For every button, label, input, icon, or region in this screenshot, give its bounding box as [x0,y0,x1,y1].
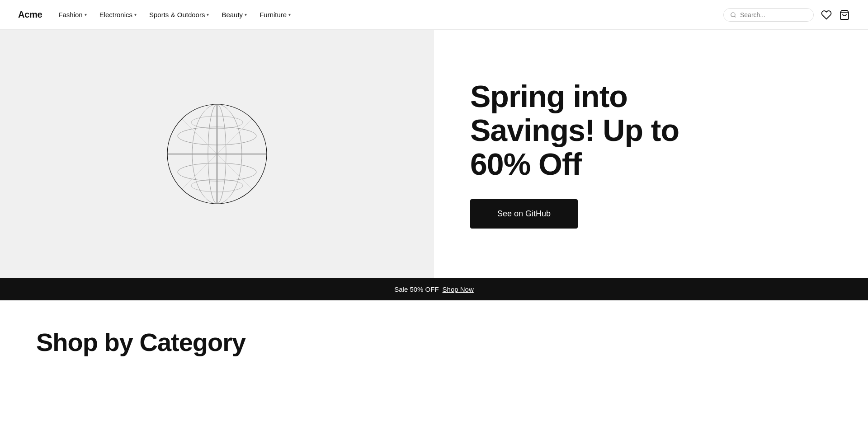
hero-left-panel [0,30,434,278]
heart-icon [821,9,832,20]
promo-text: Sale 50% OFF [394,285,439,293]
search-input[interactable] [740,11,807,19]
search-bar[interactable] [723,8,814,22]
chevron-down-icon: ▾ [288,12,291,17]
nav-item-furniture[interactable]: Furniture ▾ [259,11,291,19]
cart-button[interactable] [839,9,850,20]
nav-link-furniture[interactable]: Furniture ▾ [259,11,291,19]
shopping-bag-icon [839,9,850,20]
wishlist-button[interactable] [821,9,832,20]
nav-link-fashion[interactable]: Fashion ▾ [58,11,86,19]
nav-item-beauty[interactable]: Beauty ▾ [222,11,247,19]
nav-link-electronics[interactable]: Electronics ▾ [99,11,137,19]
chevron-down-icon: ▾ [85,12,87,17]
chevron-down-icon: ▾ [245,12,247,17]
nav-link-sports[interactable]: Sports & Outdoors ▾ [149,11,209,19]
nav-links: Fashion ▾ Electronics ▾ Sports & Outdoor… [58,11,291,19]
brand-logo[interactable]: Acme [18,9,42,20]
nav-item-electronics[interactable]: Electronics ▾ [99,11,137,19]
nav-item-fashion[interactable]: Fashion ▾ [58,11,86,19]
hero-right-panel: Spring into Savings! Up to 60% Off See o… [434,30,868,278]
navbar-left: Acme Fashion ▾ Electronics ▾ Sports & Ou… [18,9,291,20]
chevron-down-icon: ▾ [207,12,209,17]
svg-line-1 [735,16,736,17]
hero-content: Spring into Savings! Up to 60% Off See o… [470,79,687,228]
globe-illustration [165,102,269,206]
svg-point-0 [731,12,735,16]
section-title: Shop by Category [36,327,832,357]
chevron-down-icon: ▾ [134,12,137,17]
hero-title: Spring into Savings! Up to 60% Off [470,79,687,181]
navbar-right [723,8,850,22]
navbar: Acme Fashion ▾ Electronics ▾ Sports & Ou… [0,0,868,30]
nav-item-sports[interactable]: Sports & Outdoors ▾ [149,11,209,19]
promo-banner: Sale 50% OFF Shop Now [0,278,868,300]
search-icon [730,12,736,18]
shop-by-category-section: Shop by Category [0,300,868,357]
nav-link-beauty[interactable]: Beauty ▾ [222,11,247,19]
hero-section: Spring into Savings! Up to 60% Off See o… [0,30,868,278]
promo-link[interactable]: Shop Now [443,285,474,293]
cta-button[interactable]: See on GitHub [470,199,578,229]
